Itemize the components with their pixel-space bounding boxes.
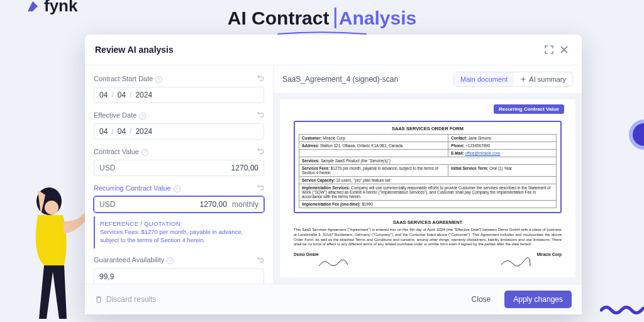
undo-icon[interactable]: [257, 182, 264, 194]
review-modal: Review AI analysis Contract Start Date? …: [85, 35, 582, 314]
undo-icon[interactable]: [257, 109, 264, 121]
modal-footer: Discard results Close Apply changes: [85, 284, 582, 314]
document-panel: SaaS_Agreement_4 (signed)-scan Main docu…: [274, 65, 582, 284]
info-icon[interactable]: ?: [167, 257, 174, 264]
modal-header: Review AI analysis: [85, 35, 582, 65]
tab-main-document[interactable]: Main document: [454, 72, 514, 86]
close-icon[interactable]: [557, 42, 572, 57]
deco-dot: [629, 119, 644, 150]
brand-logo: fynk: [25, 0, 77, 16]
form-panel: Contract Start Date? 04/ 04/ 2024 Effect…: [85, 65, 274, 284]
info-icon[interactable]: ?: [174, 186, 180, 192]
undo-icon[interactable]: [257, 73, 264, 84]
info-icon[interactable]: ?: [142, 149, 148, 156]
undo-icon[interactable]: [257, 146, 264, 157]
info-icon[interactable]: ?: [155, 76, 162, 83]
deco-wave: [600, 304, 644, 316]
contract-start-date-input[interactable]: 04/ 04/ 2024: [94, 87, 264, 103]
expand-icon[interactable]: [541, 42, 557, 57]
modal-title: Review AI analysis: [95, 45, 174, 55]
reference-quotation: REFERENCE / QUOTATION: Services Fees: $1…: [94, 216, 264, 248]
discard-results-button[interactable]: Discard results: [95, 295, 156, 304]
document-filename: SaaS_Agreement_4 (signed)-scan: [282, 75, 447, 84]
field-recurring-value: Recurring Contract Value? USD 1270,00 mo…: [94, 182, 264, 248]
field-guaranteed-availability: Guaranteed Availability? 99,9: [94, 255, 264, 284]
contract-value-input[interactable]: USD 1270,00: [94, 160, 264, 176]
info-icon[interactable]: ?: [139, 113, 146, 119]
field-contract-value: Contract Value? USD 1270,00: [94, 146, 264, 176]
document-page: Recurring Contract Value SAAS SERVICES O…: [280, 99, 575, 277]
field-contract-start-date: Contract Start Date? 04/ 04/ 2024: [94, 73, 264, 103]
close-button[interactable]: Close: [463, 291, 500, 308]
page-title: AI Contract Analysis: [228, 8, 416, 29]
tab-ai-summary[interactable]: AI summary: [514, 72, 572, 86]
field-effective-date: Effective Date? 04/ 04/ 2024: [94, 109, 264, 140]
undo-icon[interactable]: [257, 255, 264, 266]
sparkle-icon: [520, 76, 526, 82]
doc-view-tabs: Main document AI summary: [453, 72, 573, 87]
highlight-badge: Recurring Contract Value: [494, 104, 564, 114]
svg-point-1: [45, 201, 58, 214]
guaranteed-availability-input[interactable]: 99,9: [94, 269, 264, 284]
recurring-value-input[interactable]: USD 1270,00 monthly: [94, 196, 264, 213]
trash-icon: [95, 296, 103, 303]
document-viewer[interactable]: Recurring Contract Value SAAS SERVICES O…: [274, 93, 582, 284]
order-form-highlight: SAAS SERVICES ORDER FORM Customer: Mirac…: [294, 121, 562, 213]
effective-date-input[interactable]: 04/ 04/ 2024: [94, 123, 264, 140]
apply-changes-button[interactable]: Apply changes: [504, 291, 572, 308]
